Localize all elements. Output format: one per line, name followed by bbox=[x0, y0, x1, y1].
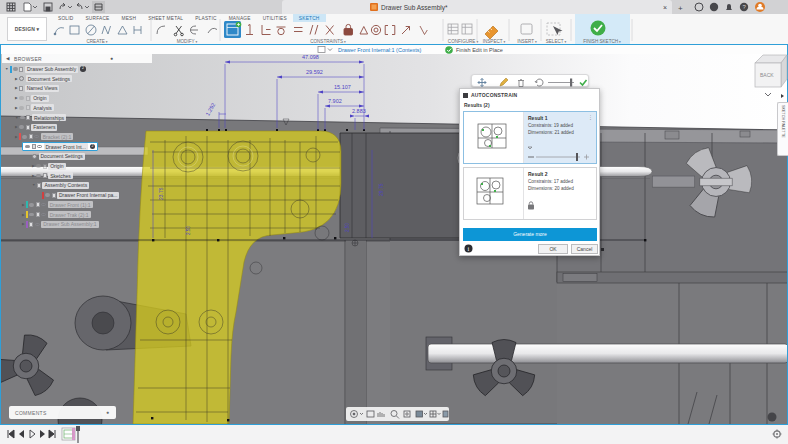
browser-row[interactable]: ▼Relationships bbox=[15, 114, 66, 122]
move-icon[interactable] bbox=[478, 79, 486, 87]
eye-icon[interactable] bbox=[36, 174, 41, 178]
comments-expand-icon[interactable]: ● bbox=[106, 409, 109, 415]
expand-arrow-icon[interactable]: ▼ bbox=[5, 67, 8, 71]
expand-arrow-icon[interactable]: ▶ bbox=[15, 125, 18, 129]
context-badge[interactable]: 2 bbox=[90, 144, 96, 150]
doc-icon[interactable] bbox=[52, 193, 56, 198]
palette-collapse-icon[interactable] bbox=[780, 93, 788, 99]
viewcube-menu-arrow[interactable] bbox=[765, 93, 771, 96]
card-slider[interactable] bbox=[528, 153, 589, 161]
eye-icon[interactable] bbox=[20, 116, 25, 120]
doc-icon[interactable] bbox=[26, 96, 30, 101]
browser-row[interactable]: Document Settings bbox=[32, 152, 85, 160]
browser-row[interactable]: ▶Drawer Sub Assembly:1 bbox=[22, 220, 99, 228]
doc-icon[interactable] bbox=[32, 144, 36, 149]
eye-icon[interactable] bbox=[19, 96, 24, 100]
zoom-icon[interactable] bbox=[391, 411, 399, 419]
timeline-controls[interactable] bbox=[8, 430, 55, 438]
expand-arrow-icon[interactable]: ▶ bbox=[32, 164, 35, 168]
ribbon-tab-mesh[interactable]: MESH bbox=[115, 14, 142, 22]
workspace-selector[interactable]: DESIGN ▾ bbox=[7, 17, 47, 41]
browser-row[interactable]: ▶Origin bbox=[15, 94, 49, 102]
expand-arrow-icon[interactable]: ▶ bbox=[15, 106, 18, 110]
eye-icon[interactable] bbox=[13, 67, 18, 71]
help-icon[interactable]: ? bbox=[740, 3, 748, 11]
ribbon-tab-plastic[interactable]: PLASTIC bbox=[189, 14, 222, 22]
expand-arrow-icon[interactable]: ▶ bbox=[15, 135, 18, 139]
doc-icon[interactable] bbox=[36, 202, 40, 207]
new-tab-icon[interactable]: + bbox=[678, 4, 683, 13]
browser-row[interactable]: ▶Bracket (2):1 bbox=[15, 133, 73, 141]
gear-icon[interactable] bbox=[19, 76, 24, 81]
eye-icon[interactable] bbox=[19, 125, 24, 129]
confirm-check-icon[interactable] bbox=[580, 80, 587, 85]
grid-icon[interactable] bbox=[430, 411, 441, 417]
eye-icon[interactable] bbox=[29, 213, 34, 217]
comments-bar[interactable]: COMMENTS ● bbox=[9, 406, 116, 419]
ribbon-tab-surface[interactable]: SURFACE bbox=[79, 14, 115, 22]
browser-item-label[interactable]: Drawer Front Int... bbox=[44, 143, 88, 150]
browser-item-label[interactable]: Drawer Front (1):1 bbox=[48, 201, 93, 208]
browser-item-label[interactable]: Sketches bbox=[48, 172, 73, 179]
redo-icon[interactable] bbox=[77, 3, 89, 9]
notifications-bell-icon[interactable] bbox=[726, 4, 732, 10]
edit-pencil-icon[interactable] bbox=[500, 78, 508, 86]
refresh-icon[interactable] bbox=[535, 79, 543, 86]
group-label-insert[interactable]: INSERT bbox=[517, 39, 537, 44]
info-icon[interactable]: i bbox=[464, 244, 473, 253]
browser-row[interactable]: ▶Analysis bbox=[15, 104, 54, 112]
link-icon[interactable] bbox=[34, 135, 39, 138]
link-icon[interactable] bbox=[41, 203, 46, 206]
generate-more-button[interactable]: Generate more bbox=[463, 228, 597, 241]
display-settings-icon[interactable] bbox=[416, 411, 427, 417]
browser-item-label[interactable]: Drawer Sub Assembly:1 bbox=[41, 221, 98, 228]
result-card-1[interactable]: Result 1 ⋮ Constraints: 19 added Dimensi… bbox=[463, 111, 597, 164]
save-icon[interactable] bbox=[44, 3, 52, 11]
expand-arrow-icon[interactable]: ▶ bbox=[22, 203, 25, 207]
browser-item-label[interactable]: Fasteners bbox=[31, 124, 57, 131]
browser-item-label[interactable]: Drawer Trak (2):1 bbox=[48, 211, 91, 218]
ok-button[interactable]: OK bbox=[538, 244, 568, 254]
finish-edit-in-place[interactable]: Finish Edit in Place bbox=[456, 47, 503, 53]
close-tab-icon[interactable]: × bbox=[663, 4, 667, 11]
timeline-sketch-item[interactable] bbox=[62, 426, 80, 443]
group-label-select[interactable]: SELECT bbox=[546, 39, 567, 44]
expand-arrow-icon[interactable]: ▶ bbox=[22, 222, 25, 226]
browser-item-label[interactable]: Document Settings bbox=[39, 153, 85, 160]
view-cube[interactable]: BACK bbox=[745, 51, 788, 97]
expand-arrow-icon[interactable]: ▶ bbox=[22, 213, 25, 217]
doc-icon[interactable] bbox=[29, 134, 33, 139]
browser-item-label[interactable]: Document Settings bbox=[26, 75, 72, 82]
browser-row[interactable]: ▶Document Settings bbox=[15, 75, 72, 83]
ribbon-tab-manage[interactable]: MANAGE bbox=[223, 14, 257, 22]
timeline-settings-gear-icon[interactable] bbox=[773, 430, 782, 439]
browser-item-label[interactable]: Named Views bbox=[25, 85, 60, 92]
doc-icon[interactable] bbox=[26, 105, 30, 110]
app-grid-icon[interactable] bbox=[7, 3, 15, 11]
browser-row[interactable]: ▼Assembly Contexts bbox=[32, 181, 89, 189]
doc-icon[interactable] bbox=[36, 212, 40, 217]
orbit-icon[interactable] bbox=[351, 411, 358, 418]
browser-header[interactable]: ◀ BROWSER ● bbox=[2, 54, 152, 63]
file-menu-icon[interactable] bbox=[24, 3, 37, 11]
undo-icon[interactable] bbox=[60, 3, 72, 9]
eye-icon[interactable] bbox=[25, 145, 30, 149]
browser-row[interactable]: ▼Drawer Sub Assembly2 bbox=[5, 65, 86, 73]
eye-icon[interactable] bbox=[29, 203, 34, 207]
result-slider[interactable] bbox=[548, 79, 574, 87]
browser-item-label[interactable]: Assembly Contexts bbox=[42, 182, 89, 189]
browser-row[interactable]: ▶Drawer Trak (2):1 bbox=[22, 211, 91, 219]
expand-arrow-icon[interactable]: ▼ bbox=[32, 183, 35, 187]
history-icon[interactable] bbox=[695, 3, 703, 11]
browser-item-label[interactable]: Bracket (2):1 bbox=[41, 133, 74, 140]
doc-icon[interactable] bbox=[43, 164, 47, 169]
expand-arrow-icon[interactable]: ▼ bbox=[15, 116, 18, 120]
expand-arrow-icon[interactable]: ▶ bbox=[15, 86, 18, 90]
pan-icon[interactable] bbox=[378, 412, 384, 417]
eye-icon[interactable] bbox=[36, 164, 41, 168]
browser-item-label[interactable]: Relationships bbox=[32, 114, 66, 121]
sketch-palette-tab[interactable]: SKETCH PALETTE bbox=[777, 102, 788, 156]
browser-item-label[interactable]: Drawer Front Internal pa... bbox=[57, 192, 119, 199]
group-label-create[interactable]: CREATE bbox=[86, 39, 107, 44]
expand-arrow-icon[interactable]: ▶ bbox=[15, 77, 18, 81]
